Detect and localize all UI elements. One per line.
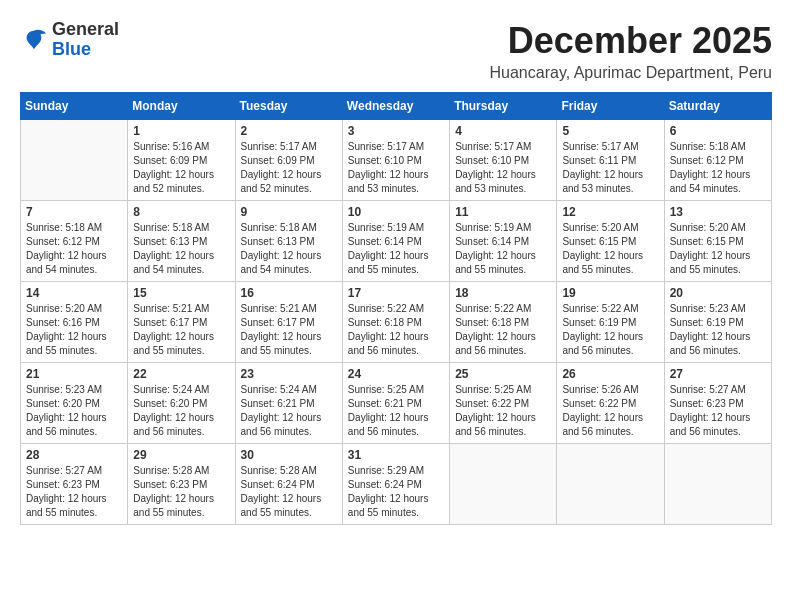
day-detail: Sunrise: 5:17 AMSunset: 6:10 PMDaylight:… <box>455 140 551 196</box>
day-number: 6 <box>670 124 766 138</box>
calendar-day-cell: 17Sunrise: 5:22 AMSunset: 6:18 PMDayligh… <box>342 282 449 363</box>
calendar-week-row: 14Sunrise: 5:20 AMSunset: 6:16 PMDayligh… <box>21 282 772 363</box>
calendar-day-cell: 12Sunrise: 5:20 AMSunset: 6:15 PMDayligh… <box>557 201 664 282</box>
calendar-day-cell: 19Sunrise: 5:22 AMSunset: 6:19 PMDayligh… <box>557 282 664 363</box>
calendar-day-cell: 1Sunrise: 5:16 AMSunset: 6:09 PMDaylight… <box>128 120 235 201</box>
logo-text: General Blue <box>52 20 119 60</box>
day-detail: Sunrise: 5:16 AMSunset: 6:09 PMDaylight:… <box>133 140 229 196</box>
calendar-day-cell <box>450 444 557 525</box>
calendar-day-cell: 18Sunrise: 5:22 AMSunset: 6:18 PMDayligh… <box>450 282 557 363</box>
title-section: December 2025 Huancaray, Apurimac Depart… <box>490 20 773 82</box>
day-detail: Sunrise: 5:17 AMSunset: 6:10 PMDaylight:… <box>348 140 444 196</box>
day-detail: Sunrise: 5:18 AMSunset: 6:13 PMDaylight:… <box>241 221 337 277</box>
day-number: 26 <box>562 367 658 381</box>
day-number: 15 <box>133 286 229 300</box>
calendar-day-cell: 8Sunrise: 5:18 AMSunset: 6:13 PMDaylight… <box>128 201 235 282</box>
day-number: 20 <box>670 286 766 300</box>
calendar-day-cell: 28Sunrise: 5:27 AMSunset: 6:23 PMDayligh… <box>21 444 128 525</box>
day-detail: Sunrise: 5:24 AMSunset: 6:20 PMDaylight:… <box>133 383 229 439</box>
day-detail: Sunrise: 5:26 AMSunset: 6:22 PMDaylight:… <box>562 383 658 439</box>
day-detail: Sunrise: 5:19 AMSunset: 6:14 PMDaylight:… <box>455 221 551 277</box>
calendar-day-cell: 21Sunrise: 5:23 AMSunset: 6:20 PMDayligh… <box>21 363 128 444</box>
day-number: 31 <box>348 448 444 462</box>
day-number: 27 <box>670 367 766 381</box>
weekday-header-row: SundayMondayTuesdayWednesdayThursdayFrid… <box>21 93 772 120</box>
day-detail: Sunrise: 5:18 AMSunset: 6:12 PMDaylight:… <box>670 140 766 196</box>
weekday-header: Monday <box>128 93 235 120</box>
calendar-day-cell: 26Sunrise: 5:26 AMSunset: 6:22 PMDayligh… <box>557 363 664 444</box>
day-number: 10 <box>348 205 444 219</box>
day-detail: Sunrise: 5:23 AMSunset: 6:20 PMDaylight:… <box>26 383 122 439</box>
calendar-day-cell <box>557 444 664 525</box>
day-detail: Sunrise: 5:21 AMSunset: 6:17 PMDaylight:… <box>133 302 229 358</box>
day-number: 11 <box>455 205 551 219</box>
day-number: 28 <box>26 448 122 462</box>
day-detail: Sunrise: 5:29 AMSunset: 6:24 PMDaylight:… <box>348 464 444 520</box>
day-detail: Sunrise: 5:21 AMSunset: 6:17 PMDaylight:… <box>241 302 337 358</box>
day-number: 24 <box>348 367 444 381</box>
calendar-day-cell: 13Sunrise: 5:20 AMSunset: 6:15 PMDayligh… <box>664 201 771 282</box>
weekday-header: Sunday <box>21 93 128 120</box>
day-number: 23 <box>241 367 337 381</box>
day-detail: Sunrise: 5:18 AMSunset: 6:12 PMDaylight:… <box>26 221 122 277</box>
day-number: 17 <box>348 286 444 300</box>
calendar-day-cell: 9Sunrise: 5:18 AMSunset: 6:13 PMDaylight… <box>235 201 342 282</box>
calendar-day-cell: 6Sunrise: 5:18 AMSunset: 6:12 PMDaylight… <box>664 120 771 201</box>
day-number: 18 <box>455 286 551 300</box>
day-detail: Sunrise: 5:20 AMSunset: 6:16 PMDaylight:… <box>26 302 122 358</box>
calendar-day-cell: 31Sunrise: 5:29 AMSunset: 6:24 PMDayligh… <box>342 444 449 525</box>
day-number: 12 <box>562 205 658 219</box>
calendar-day-cell: 5Sunrise: 5:17 AMSunset: 6:11 PMDaylight… <box>557 120 664 201</box>
calendar-week-row: 7Sunrise: 5:18 AMSunset: 6:12 PMDaylight… <box>21 201 772 282</box>
location-title: Huancaray, Apurimac Department, Peru <box>490 64 773 82</box>
calendar-table: SundayMondayTuesdayWednesdayThursdayFrid… <box>20 92 772 525</box>
day-number: 19 <box>562 286 658 300</box>
day-detail: Sunrise: 5:24 AMSunset: 6:21 PMDaylight:… <box>241 383 337 439</box>
day-detail: Sunrise: 5:28 AMSunset: 6:23 PMDaylight:… <box>133 464 229 520</box>
calendar-day-cell: 15Sunrise: 5:21 AMSunset: 6:17 PMDayligh… <box>128 282 235 363</box>
day-number: 9 <box>241 205 337 219</box>
day-number: 5 <box>562 124 658 138</box>
day-number: 2 <box>241 124 337 138</box>
calendar-day-cell <box>664 444 771 525</box>
day-number: 16 <box>241 286 337 300</box>
day-detail: Sunrise: 5:25 AMSunset: 6:21 PMDaylight:… <box>348 383 444 439</box>
day-number: 21 <box>26 367 122 381</box>
day-number: 22 <box>133 367 229 381</box>
calendar-day-cell: 14Sunrise: 5:20 AMSunset: 6:16 PMDayligh… <box>21 282 128 363</box>
day-detail: Sunrise: 5:25 AMSunset: 6:22 PMDaylight:… <box>455 383 551 439</box>
day-number: 8 <box>133 205 229 219</box>
day-number: 30 <box>241 448 337 462</box>
calendar-day-cell: 30Sunrise: 5:28 AMSunset: 6:24 PMDayligh… <box>235 444 342 525</box>
calendar-day-cell: 22Sunrise: 5:24 AMSunset: 6:20 PMDayligh… <box>128 363 235 444</box>
calendar-week-row: 1Sunrise: 5:16 AMSunset: 6:09 PMDaylight… <box>21 120 772 201</box>
calendar-day-cell: 16Sunrise: 5:21 AMSunset: 6:17 PMDayligh… <box>235 282 342 363</box>
logo: General Blue <box>20 20 119 60</box>
calendar-day-cell <box>21 120 128 201</box>
day-detail: Sunrise: 5:22 AMSunset: 6:18 PMDaylight:… <box>455 302 551 358</box>
day-detail: Sunrise: 5:27 AMSunset: 6:23 PMDaylight:… <box>670 383 766 439</box>
day-detail: Sunrise: 5:27 AMSunset: 6:23 PMDaylight:… <box>26 464 122 520</box>
day-number: 1 <box>133 124 229 138</box>
weekday-header: Tuesday <box>235 93 342 120</box>
day-number: 25 <box>455 367 551 381</box>
calendar-week-row: 28Sunrise: 5:27 AMSunset: 6:23 PMDayligh… <box>21 444 772 525</box>
calendar-day-cell: 25Sunrise: 5:25 AMSunset: 6:22 PMDayligh… <box>450 363 557 444</box>
calendar-day-cell: 23Sunrise: 5:24 AMSunset: 6:21 PMDayligh… <box>235 363 342 444</box>
calendar-day-cell: 20Sunrise: 5:23 AMSunset: 6:19 PMDayligh… <box>664 282 771 363</box>
weekday-header: Thursday <box>450 93 557 120</box>
day-number: 29 <box>133 448 229 462</box>
day-detail: Sunrise: 5:19 AMSunset: 6:14 PMDaylight:… <box>348 221 444 277</box>
weekday-header: Friday <box>557 93 664 120</box>
calendar-day-cell: 10Sunrise: 5:19 AMSunset: 6:14 PMDayligh… <box>342 201 449 282</box>
day-detail: Sunrise: 5:23 AMSunset: 6:19 PMDaylight:… <box>670 302 766 358</box>
day-detail: Sunrise: 5:20 AMSunset: 6:15 PMDaylight:… <box>670 221 766 277</box>
day-number: 3 <box>348 124 444 138</box>
day-number: 4 <box>455 124 551 138</box>
day-detail: Sunrise: 5:20 AMSunset: 6:15 PMDaylight:… <box>562 221 658 277</box>
calendar-day-cell: 4Sunrise: 5:17 AMSunset: 6:10 PMDaylight… <box>450 120 557 201</box>
calendar-day-cell: 24Sunrise: 5:25 AMSunset: 6:21 PMDayligh… <box>342 363 449 444</box>
day-number: 7 <box>26 205 122 219</box>
page-header: General Blue December 2025 Huancaray, Ap… <box>20 20 772 82</box>
logo-icon <box>20 26 48 54</box>
